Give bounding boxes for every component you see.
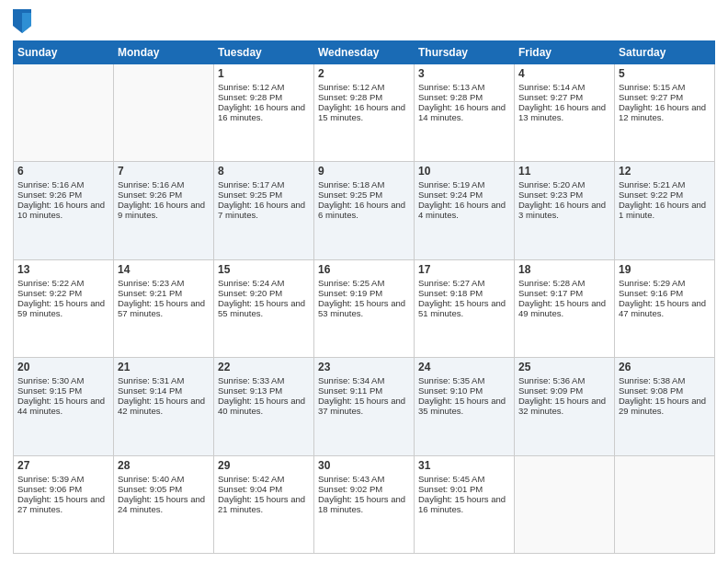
day-number: 16 — [318, 263, 410, 276]
day-info: Daylight: 15 hours and 29 minutes. — [619, 396, 711, 416]
day-info: Daylight: 15 hours and 53 minutes. — [318, 298, 410, 318]
day-cell-5: 5Sunrise: 5:15 AMSunset: 9:27 PMDaylight… — [615, 64, 715, 162]
day-info: Sunset: 9:25 PM — [218, 190, 310, 200]
day-info: Sunrise: 5:13 AM — [418, 82, 510, 92]
day-info: Sunset: 9:02 PM — [318, 484, 410, 494]
day-number: 5 — [619, 67, 711, 80]
day-cell-10: 10Sunrise: 5:19 AMSunset: 9:24 PMDayligh… — [415, 162, 515, 259]
day-number: 11 — [518, 165, 610, 178]
day-number: 19 — [619, 263, 711, 276]
weekday-thursday: Thursday — [415, 41, 515, 64]
day-cell-19: 19Sunrise: 5:29 AMSunset: 9:16 PMDayligh… — [615, 259, 715, 357]
day-info: Sunset: 9:17 PM — [518, 288, 610, 298]
day-info: Daylight: 15 hours and 21 minutes. — [218, 494, 310, 514]
day-info: Daylight: 15 hours and 37 minutes. — [318, 396, 410, 416]
day-number: 30 — [318, 459, 410, 472]
day-info: Daylight: 15 hours and 44 minutes. — [17, 396, 109, 416]
day-number: 10 — [418, 165, 510, 178]
logo — [13, 9, 35, 33]
weekday-header-row: SundayMondayTuesdayWednesdayThursdayFrid… — [14, 41, 715, 64]
day-number: 18 — [518, 263, 610, 276]
day-info: Sunrise: 5:43 AM — [318, 474, 410, 484]
day-info: Sunrise: 5:30 AM — [17, 375, 109, 385]
day-info: Sunrise: 5:38 AM — [619, 375, 711, 385]
day-info: Sunset: 9:05 PM — [118, 484, 210, 494]
day-cell-29: 29Sunrise: 5:42 AMSunset: 9:04 PMDayligh… — [214, 455, 314, 553]
day-info: Daylight: 16 hours and 10 minutes. — [17, 200, 109, 220]
day-cell-6: 6Sunrise: 5:16 AMSunset: 9:26 PMDaylight… — [14, 162, 114, 259]
day-info: Sunset: 9:28 PM — [418, 92, 510, 102]
day-info: Daylight: 16 hours and 13 minutes. — [518, 102, 610, 122]
day-info: Sunrise: 5:23 AM — [118, 278, 210, 288]
day-info: Daylight: 16 hours and 12 minutes. — [619, 102, 711, 122]
day-info: Sunrise: 5:28 AM — [518, 278, 610, 288]
day-info: Sunset: 9:27 PM — [518, 92, 610, 102]
day-info: Daylight: 16 hours and 16 minutes. — [218, 102, 310, 122]
day-info: Sunset: 9:18 PM — [418, 288, 510, 298]
day-info: Sunset: 9:26 PM — [17, 190, 109, 200]
day-info: Daylight: 16 hours and 3 minutes. — [518, 200, 610, 220]
day-number: 14 — [118, 263, 210, 276]
day-number: 7 — [118, 165, 210, 178]
day-cell-28: 28Sunrise: 5:40 AMSunset: 9:05 PMDayligh… — [114, 455, 214, 553]
day-info: Sunrise: 5:34 AM — [318, 375, 410, 385]
weekday-tuesday: Tuesday — [214, 41, 314, 64]
weekday-sunday: Sunday — [14, 41, 114, 64]
day-info: Sunset: 9:01 PM — [418, 484, 510, 494]
day-cell-20: 20Sunrise: 5:30 AMSunset: 9:15 PMDayligh… — [14, 358, 114, 455]
day-info: Daylight: 15 hours and 27 minutes. — [17, 494, 109, 514]
day-info: Sunrise: 5:27 AM — [418, 278, 510, 288]
day-number: 2 — [318, 67, 410, 80]
day-info: Sunrise: 5:12 AM — [218, 82, 310, 92]
day-info: Daylight: 15 hours and 42 minutes. — [118, 396, 210, 416]
day-cell-2: 2Sunrise: 5:12 AMSunset: 9:28 PMDaylight… — [314, 64, 415, 162]
day-cell-30: 30Sunrise: 5:43 AMSunset: 9:02 PMDayligh… — [314, 455, 415, 553]
day-cell-31: 31Sunrise: 5:45 AMSunset: 9:01 PMDayligh… — [415, 455, 515, 553]
day-info: Sunset: 9:16 PM — [619, 288, 711, 298]
day-info: Sunrise: 5:20 AM — [518, 179, 610, 190]
day-number: 20 — [17, 361, 109, 373]
day-info: Sunrise: 5:17 AM — [218, 179, 310, 190]
day-cell-1: 1Sunrise: 5:12 AMSunset: 9:28 PMDaylight… — [214, 64, 314, 162]
day-info: Sunset: 9:06 PM — [17, 484, 109, 494]
day-info: Sunset: 9:04 PM — [218, 484, 310, 494]
day-info: Daylight: 16 hours and 1 minute. — [619, 200, 711, 220]
day-info: Sunrise: 5:12 AM — [318, 82, 410, 92]
day-cell-21: 21Sunrise: 5:31 AMSunset: 9:14 PMDayligh… — [114, 358, 214, 455]
day-info: Sunrise: 5:24 AM — [218, 278, 310, 288]
day-info: Daylight: 15 hours and 40 minutes. — [218, 396, 310, 416]
day-info: Sunrise: 5:18 AM — [318, 179, 410, 190]
day-info: Sunset: 9:21 PM — [118, 288, 210, 298]
day-number: 23 — [318, 361, 410, 373]
logo-icon — [13, 9, 31, 33]
day-info: Daylight: 15 hours and 59 minutes. — [17, 298, 109, 318]
day-info: Sunset: 9:22 PM — [619, 190, 711, 200]
day-cell-22: 22Sunrise: 5:33 AMSunset: 9:13 PMDayligh… — [214, 358, 314, 455]
day-cell-15: 15Sunrise: 5:24 AMSunset: 9:20 PMDayligh… — [214, 259, 314, 357]
day-info: Sunset: 9:19 PM — [318, 288, 410, 298]
empty-cell — [114, 64, 214, 162]
day-info: Daylight: 16 hours and 4 minutes. — [418, 200, 510, 220]
day-info: Sunset: 9:28 PM — [218, 92, 310, 102]
day-info: Sunset: 9:20 PM — [218, 288, 310, 298]
day-cell-18: 18Sunrise: 5:28 AMSunset: 9:17 PMDayligh… — [515, 259, 615, 357]
day-info: Sunset: 9:23 PM — [518, 190, 610, 200]
weekday-friday: Friday — [515, 41, 615, 64]
empty-cell — [14, 64, 114, 162]
day-info: Sunset: 9:14 PM — [118, 385, 210, 396]
svg-marker-1 — [22, 13, 31, 33]
day-info: Daylight: 15 hours and 18 minutes. — [318, 494, 410, 514]
day-number: 17 — [418, 263, 510, 276]
day-info: Sunset: 9:13 PM — [218, 385, 310, 396]
day-cell-11: 11Sunrise: 5:20 AMSunset: 9:23 PMDayligh… — [515, 162, 615, 259]
day-info: Daylight: 16 hours and 9 minutes. — [118, 200, 210, 220]
day-number: 6 — [17, 165, 109, 178]
day-cell-3: 3Sunrise: 5:13 AMSunset: 9:28 PMDaylight… — [415, 64, 515, 162]
day-cell-9: 9Sunrise: 5:18 AMSunset: 9:25 PMDaylight… — [314, 162, 415, 259]
day-info: Daylight: 15 hours and 55 minutes. — [218, 298, 310, 318]
day-info: Sunset: 9:22 PM — [17, 288, 109, 298]
weekday-wednesday: Wednesday — [314, 41, 415, 64]
day-cell-12: 12Sunrise: 5:21 AMSunset: 9:22 PMDayligh… — [615, 162, 715, 259]
day-info: Sunrise: 5:35 AM — [418, 375, 510, 385]
day-cell-13: 13Sunrise: 5:22 AMSunset: 9:22 PMDayligh… — [14, 259, 114, 357]
